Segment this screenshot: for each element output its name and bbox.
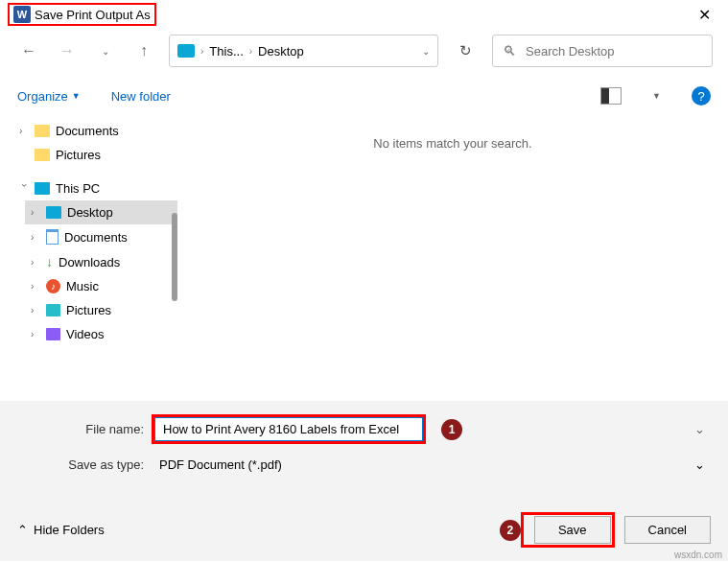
- tree-item-pictures[interactable]: › Pictures: [25, 298, 177, 322]
- document-icon: [46, 229, 59, 245]
- watermark: wsxdn.com: [674, 550, 722, 560]
- save-as-type-dropdown[interactable]: PDF Document (*.pdf) ⌄: [152, 454, 713, 476]
- filename-label: File name:: [0, 422, 144, 436]
- tree-item-desktop[interactable]: › Desktop: [25, 200, 177, 224]
- video-icon: [46, 328, 60, 340]
- search-box[interactable]: 🔍︎: [492, 35, 713, 67]
- callout-1: 1: [441, 419, 462, 440]
- forward-button[interactable]: →: [54, 37, 81, 64]
- sidebar-tree[interactable]: › Documents › Pictures › This PC › Deskt…: [0, 113, 177, 401]
- pc-icon: [177, 44, 195, 58]
- dialog-title: Save Print Output As: [35, 8, 151, 22]
- help-button[interactable]: ?: [692, 86, 711, 105]
- chevron-down-icon: ⌄: [694, 457, 705, 472]
- hide-folders-button[interactable]: ⌃ Hide Folders: [17, 523, 105, 537]
- tree-item-documents-quick[interactable]: › Documents: [13, 119, 177, 143]
- empty-message: No items match your search.: [373, 136, 531, 151]
- chevron-right-icon[interactable]: ›: [31, 281, 40, 292]
- tree-item-downloads[interactable]: › ↓ Downloads: [25, 249, 177, 274]
- tree-item-documents[interactable]: › Documents: [25, 224, 177, 249]
- filename-dropdown[interactable]: ⌄: [470, 422, 713, 436]
- word-icon: W: [13, 6, 31, 23]
- chevron-right-icon[interactable]: ›: [31, 207, 40, 218]
- breadcrumb-item[interactable]: This...: [209, 44, 243, 59]
- filename-input[interactable]: How to Print Avery 8160 Labels from Exce…: [154, 417, 423, 441]
- music-icon: ♪: [46, 279, 60, 293]
- breadcrumb[interactable]: › This... › Desktop ⌄: [169, 35, 438, 67]
- tree-item-this-pc[interactable]: › This PC: [13, 176, 177, 200]
- save-button[interactable]: Save: [534, 516, 611, 544]
- tree-item-videos[interactable]: › Videos: [25, 322, 177, 346]
- chevron-right-icon[interactable]: ›: [31, 305, 40, 316]
- back-button[interactable]: ←: [15, 37, 42, 64]
- up-button[interactable]: ↑: [130, 37, 157, 64]
- tree-item-pictures-quick[interactable]: › Pictures: [13, 143, 177, 167]
- chevron-right-icon[interactable]: ›: [31, 232, 40, 243]
- chevron-up-icon: ⌃: [17, 523, 28, 537]
- chevron-down-icon: ▼: [72, 91, 81, 101]
- callout-2: 2: [500, 520, 521, 541]
- type-label: Save as type:: [0, 457, 144, 472]
- sidebar-scrollbar[interactable]: [172, 213, 177, 301]
- chevron-right-icon[interactable]: ›: [31, 257, 40, 268]
- view-options-button[interactable]: [600, 87, 622, 105]
- search-input[interactable]: [526, 44, 702, 59]
- close-button[interactable]: ✕: [689, 6, 720, 24]
- chevron-right-icon: ›: [249, 46, 252, 57]
- folder-icon: [35, 149, 50, 161]
- pc-icon: [35, 182, 50, 195]
- organize-button[interactable]: Organize ▼: [17, 89, 81, 104]
- view-dropdown[interactable]: ▼: [652, 91, 661, 101]
- download-icon: ↓: [46, 254, 53, 269]
- chevron-right-icon[interactable]: ›: [31, 329, 40, 340]
- chevron-right-icon[interactable]: ›: [19, 126, 29, 136]
- folder-icon: [35, 125, 50, 137]
- chevron-right-icon: ›: [200, 46, 203, 57]
- recent-dropdown[interactable]: ⌄: [92, 37, 119, 64]
- breadcrumb-item[interactable]: Desktop: [258, 44, 304, 59]
- desktop-icon: [46, 206, 61, 219]
- tree-item-music[interactable]: › ♪ Music: [25, 274, 177, 298]
- chevron-down-icon[interactable]: ›: [19, 184, 30, 194]
- new-folder-button[interactable]: New folder: [111, 89, 171, 104]
- refresh-button[interactable]: ↻: [450, 35, 481, 66]
- cancel-button[interactable]: Cancel: [624, 516, 711, 544]
- chevron-down-icon[interactable]: ⌄: [422, 46, 430, 57]
- search-icon: 🔍︎: [503, 43, 516, 59]
- pictures-icon: [46, 304, 60, 316]
